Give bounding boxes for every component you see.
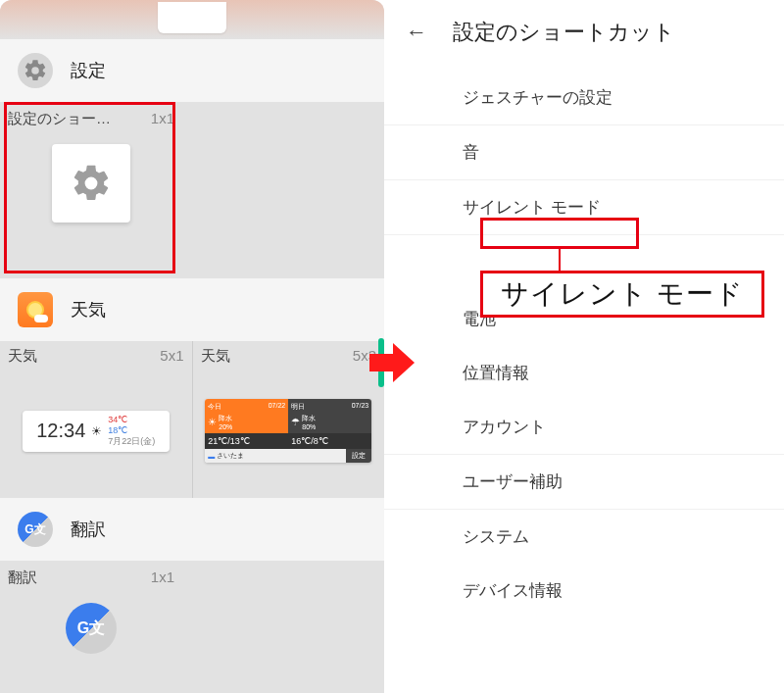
annotation-arrow-icon [369,343,418,382]
w53-today-temps: 21℃/13℃ [205,433,288,449]
list-item-system[interactable]: システム [384,510,784,564]
w53-tomorrow-tag: 明日 [291,402,305,412]
section-header-settings[interactable]: 設定 [0,39,384,102]
widget-weather-5x1[interactable]: 天気 5x1 12:34 ☀ 34℃ 18℃ 7月22日(金) [0,341,193,498]
w53-today-tag: 今日 [208,402,221,412]
weather-5x3-preview: 今日 07/22 ☀降水20% 明日 07/23 ☂降水80% [205,399,371,463]
widget-settings-shortcut-label: 設定のショー… [8,110,111,128]
weather-icon [18,292,53,327]
annotation-silent-big-label: サイレント モード [501,275,744,313]
list-item-location[interactable]: 位置情報 [384,346,784,400]
w53-tomorrow-date: 07/23 [352,402,369,412]
weather-5x1-time: 12:34 [36,420,85,442]
w53-today-date: 07/22 [269,402,286,412]
top-handle-area [0,0,384,39]
widget-settings-shortcut-size: 1x1 [151,110,174,128]
widget-picker-panel: 設定 設定のショー… 1x1 天気 天気 5x1 12:34 [0,0,384,693]
gear-icon [18,53,53,88]
w53-location: さいたま [217,451,244,461]
top-icon-placeholder [158,2,226,33]
section-header-translate-label: 翻訳 [71,518,106,541]
weather-5x1-temp-lo: 18℃ [108,425,155,436]
page-title: 設定のショートカット [453,18,675,47]
translate-icon-badge: G文 [24,521,45,538]
list-item-gesture[interactable]: ジェスチャーの設定 [384,71,784,125]
section-header-weather-label: 天気 [71,298,106,322]
widget-weather-5x1-size: 5x1 [160,347,183,366]
section-header-translate[interactable]: G文 翻訳 [0,498,384,561]
translate-icon: G文 [18,512,53,547]
shortcut-list: ジェスチャーの設定 音 サイレント モード 電池 位置情報 アカウント ユーザー… [384,71,784,618]
weather-5x1-date: 7月22日(金) [108,436,155,447]
annotation-connector-line [559,249,561,271]
widget-translate[interactable]: 翻訳 1x1 G文 [0,561,384,693]
right-header: ← 設定のショートカット [384,0,784,71]
list-item-accessibility[interactable]: ユーザー補助 [384,455,784,510]
w53-settings-btn: 設定 [346,449,371,463]
annotation-highlight-silent-big: サイレント モード [480,271,764,318]
section-header-weather[interactable]: 天気 [0,278,384,341]
settings-shortcut-list-panel: ← 設定のショートカット ジェスチャーの設定 音 サイレント モード 電池 位置… [384,0,784,693]
section-header-settings-label: 設定 [71,59,106,82]
w53-today-rain: 20% [219,423,232,430]
widget-settings-shortcut[interactable]: 設定のショー… 1x1 [0,102,384,278]
weather-widgets-row: 天気 5x1 12:34 ☀ 34℃ 18℃ 7月22日(金) 天気 5x3 [0,341,384,498]
back-arrow-icon[interactable]: ← [406,20,427,45]
widget-translate-label: 翻訳 [8,569,37,587]
widget-weather-5x1-label: 天気 [8,347,37,366]
widget-translate-size: 1x1 [151,569,174,587]
list-item-account[interactable]: アカウント [384,400,784,455]
weather-5x1-preview: 12:34 ☀ 34℃ 18℃ 7月22日(金) [23,411,170,452]
widget-weather-5x3-label: 天気 [201,347,230,366]
list-item-sound[interactable]: 音 [384,125,784,180]
translate-preview-icon: G文 [66,603,117,654]
weather-5x1-temp-hi: 34℃ [108,415,155,425]
list-item-device[interactable]: デバイス情報 [384,564,784,618]
widget-weather-5x3[interactable]: 天気 5x3 今日 07/22 ☀降水20% [193,341,385,498]
settings-shortcut-preview [52,144,130,223]
annotation-highlight-silent-small [480,218,639,249]
w53-tomorrow-rain: 80% [302,423,316,430]
w53-tomorrow-temps: 16℃/8℃ [288,433,371,449]
